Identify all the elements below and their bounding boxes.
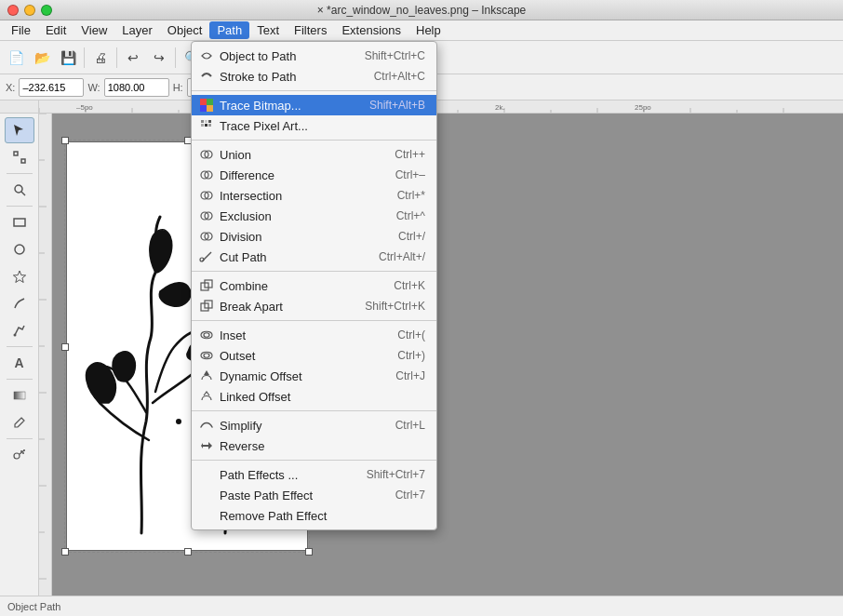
close-button[interactable] — [7, 5, 19, 16]
toolbar-separator-3 — [175, 47, 176, 68]
save-button[interactable]: 💾 — [56, 46, 80, 70]
menu-item-break-apart[interactable]: Break Apart Shift+Ctrl+K — [192, 296, 436, 316]
w-input[interactable] — [104, 78, 169, 97]
svg-point-31 — [14, 453, 20, 459]
svg-rect-57 — [208, 120, 211, 123]
print-button[interactable]: 🖨 — [88, 46, 113, 70]
tool-separator-5 — [7, 438, 33, 439]
menu-item-union[interactable]: Union Ctrl++ — [192, 144, 436, 165]
undo-button[interactable]: ↩ — [121, 46, 145, 70]
menu-item-simplify[interactable]: Simplify Ctrl+L — [192, 415, 436, 435]
paste-path-effect-icon — [197, 486, 216, 504]
menu-item-difference[interactable]: Difference Ctrl+– — [192, 165, 436, 185]
menu-item-remove-path-effect[interactable]: Remove Path Effect — [192, 505, 436, 526]
svg-line-25 — [21, 192, 25, 195]
menu-item-reverse[interactable]: Reverse — [192, 435, 436, 456]
inset-icon — [197, 326, 216, 344]
svg-point-70 — [205, 233, 212, 240]
window-title: × *arc_window_no_leaves.png – Inkscape — [317, 4, 526, 17]
menu-item-paste-path-effect[interactable]: Paste Path Effect Ctrl+7 — [192, 485, 436, 505]
svg-rect-59 — [205, 124, 207, 127]
svg-rect-54 — [207, 105, 213, 112]
menu-help[interactable]: Help — [408, 21, 448, 39]
menu-item-object-to-path[interactable]: Object to Path Shift+Ctrl+C — [192, 46, 436, 66]
svg-text:25po: 25po — [635, 103, 651, 112]
svg-point-66 — [205, 192, 212, 199]
tool-separator-2 — [7, 206, 33, 207]
svg-point-49 — [176, 419, 181, 424]
tool-select[interactable] — [5, 117, 34, 143]
tool-rect[interactable] — [5, 209, 34, 235]
menu-item-linked-offset[interactable]: Linked Offset — [192, 386, 436, 407]
svg-point-34 — [22, 452, 24, 454]
menu-text[interactable]: Text — [249, 21, 287, 39]
menu-item-path-effects[interactable]: Path Effects ... Shift+Ctrl+7 — [192, 464, 436, 485]
svg-rect-58 — [201, 124, 204, 127]
tool-spray[interactable] — [5, 442, 34, 468]
tool-dropper[interactable] — [5, 409, 34, 435]
break-apart-icon — [197, 297, 216, 315]
menu-item-outset[interactable]: Outset Ctrl+) — [192, 345, 436, 366]
svg-point-33 — [20, 450, 22, 452]
window-controls — [7, 5, 52, 16]
svg-rect-73 — [205, 280, 212, 288]
x-input[interactable] — [19, 78, 84, 97]
intersection-icon — [197, 186, 216, 205]
titlebar: × *arc_window_no_leaves.png – Inkscape — [0, 0, 843, 20]
sep-5 — [192, 410, 436, 411]
menu-item-inset[interactable]: Inset Ctrl+( — [192, 325, 436, 345]
svg-point-62 — [205, 151, 212, 158]
sep-4 — [192, 320, 436, 321]
toolbar-separator-2 — [116, 47, 117, 68]
tool-separator-4 — [7, 379, 33, 380]
menu-item-combine[interactable]: Combine Ctrl+K — [192, 275, 436, 296]
svg-marker-76 — [204, 370, 209, 375]
menu-path[interactable]: Path — [209, 21, 249, 39]
sep-6 — [192, 460, 436, 461]
menu-item-division[interactable]: Division Ctrl+/ — [192, 226, 436, 247]
redo-button[interactable]: ↪ — [147, 46, 171, 70]
maximize-button[interactable] — [41, 5, 52, 16]
tool-zoom[interactable] — [5, 177, 34, 203]
sep-2 — [192, 140, 436, 141]
menu-item-stroke-to-path[interactable]: Stroke to Path Ctrl+Alt+C — [192, 66, 436, 87]
svg-text:–5po: –5po — [76, 103, 93, 112]
minimize-button[interactable] — [24, 5, 35, 16]
menu-extensions[interactable]: Extensions — [334, 21, 408, 39]
svg-rect-30 — [14, 392, 25, 399]
tool-text[interactable]: A — [5, 350, 34, 376]
tool-gradient[interactable] — [5, 382, 34, 408]
path-effects-icon — [197, 465, 216, 484]
menu-object[interactable]: Object — [160, 21, 210, 39]
trace-pixel-icon — [197, 116, 216, 135]
menu-edit[interactable]: Edit — [38, 21, 74, 39]
menu-item-exclusion[interactable]: Exclusion Ctrl+^ — [192, 206, 436, 226]
menu-item-trace-bitmap[interactable]: Trace Bitmap... Shift+Alt+B — [192, 95, 436, 115]
canvas-area[interactable]: ← — [52, 114, 843, 596]
svg-point-35 — [23, 449, 25, 451]
statusbar: Object Path — [0, 596, 843, 616]
menu-file[interactable]: File — [4, 21, 38, 39]
menu-item-cut-path[interactable]: Cut Path Ctrl+Alt+/ — [192, 247, 436, 267]
svg-point-64 — [205, 171, 212, 179]
menu-item-dynamic-offset[interactable]: Dynamic Offset Ctrl+J — [192, 366, 436, 386]
open-button[interactable]: 📂 — [30, 46, 54, 70]
ruler-corner — [0, 100, 39, 114]
menu-filters[interactable]: Filters — [287, 21, 334, 39]
menu-view[interactable]: View — [74, 21, 114, 39]
svg-rect-53 — [200, 105, 207, 112]
tool-circle[interactable] — [5, 236, 34, 262]
tool-pen[interactable] — [5, 317, 34, 343]
tool-node[interactable] — [5, 144, 34, 170]
tool-star[interactable] — [5, 263, 34, 289]
object-to-path-icon — [197, 47, 216, 65]
dynamic-offset-icon — [197, 367, 216, 385]
svg-point-24 — [15, 185, 22, 193]
svg-marker-28 — [13, 271, 25, 283]
menu-item-trace-pixel[interactable]: Trace Pixel Art... — [192, 115, 436, 136]
menu-item-intersection[interactable]: Intersection Ctrl+* — [192, 185, 436, 206]
menu-layer[interactable]: Layer — [114, 21, 160, 39]
ruler-vertical — [39, 114, 52, 596]
new-button[interactable]: 📄 — [4, 46, 28, 70]
tool-pencil[interactable] — [5, 290, 34, 316]
